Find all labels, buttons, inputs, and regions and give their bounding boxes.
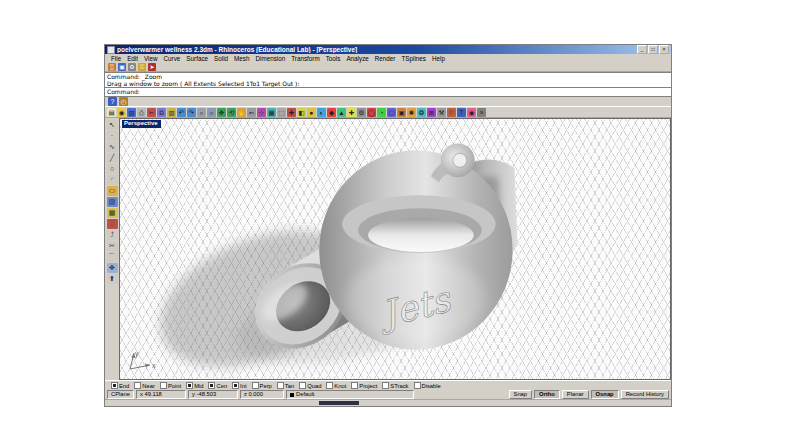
osnap-toggle[interactable]: Cen xyxy=(206,382,229,389)
side-toolbar-icon[interactable]: ╱ xyxy=(107,153,118,163)
toolbar-icon[interactable]: ▥ xyxy=(167,108,176,117)
menu-item[interactable]: Tools xyxy=(323,55,344,62)
side-toolbar-icon[interactable]: ⬆ xyxy=(107,274,118,284)
toolbar-icon[interactable]: ⎙ xyxy=(137,108,146,117)
menu-item[interactable]: Mesh xyxy=(231,55,252,62)
osnap-checkbox[interactable] xyxy=(277,382,284,389)
toolbar-icon[interactable]: ✚ xyxy=(347,108,356,117)
osnap-checkbox[interactable] xyxy=(351,382,358,389)
osnap-checkbox[interactable] xyxy=(134,382,141,389)
3d-model[interactable]: Jets xyxy=(120,119,670,379)
toolbar-icon[interactable]: ✺ xyxy=(407,108,416,117)
toolbar-icon[interactable]: ⌕ xyxy=(207,108,216,117)
toolbar-icon[interactable]: ⊹ xyxy=(257,108,266,117)
side-toolbar-icon[interactable]: ○ xyxy=(107,164,118,174)
toolbar-icon[interactable]: ✂ xyxy=(147,108,156,117)
menu-item[interactable]: Help xyxy=(429,55,448,62)
osnap-checkbox[interactable] xyxy=(111,382,118,389)
toolbar-icon[interactable]: ◐ xyxy=(317,108,326,117)
toolbar-icon[interactable]: ✥ xyxy=(217,108,226,117)
toolbar-icon[interactable]: ◯ xyxy=(367,108,376,117)
toolbar-icon[interactable]: ➳ xyxy=(247,108,256,117)
toolbar-icon[interactable]: ⚙ xyxy=(357,108,366,117)
side-toolbar-icon[interactable]: ▨ xyxy=(107,197,118,207)
osnap-checkbox[interactable] xyxy=(252,382,259,389)
osnap-toggle[interactable]: Project xyxy=(349,382,379,389)
menu-item[interactable]: View xyxy=(141,55,161,62)
toolbar-icon[interactable]: ▣ xyxy=(397,108,406,117)
side-toolbar-icon[interactable]: ░ xyxy=(107,219,118,229)
osnap-checkbox[interactable] xyxy=(299,382,306,389)
menu-item[interactable]: Transform xyxy=(288,55,322,62)
window-control-button[interactable]: × xyxy=(659,45,669,54)
toolbar-icon[interactable]: ⬚ xyxy=(277,108,286,117)
side-toolbar-icon[interactable]: ↖ xyxy=(107,120,118,130)
cplane-button[interactable]: CPlane xyxy=(107,390,134,399)
menu-item[interactable]: Analyze xyxy=(343,55,371,62)
osnap-checkbox[interactable] xyxy=(208,382,215,389)
toolbar-icon[interactable]: ⟲ xyxy=(227,108,236,117)
osnap-toggle[interactable]: Point xyxy=(158,382,183,389)
toolbar-icon[interactable]: ⌕ xyxy=(197,108,206,117)
toolbar-icon[interactable]: ✋ xyxy=(237,108,246,117)
toolbar-icon[interactable]: ◧ xyxy=(297,108,306,117)
osnap-toggle[interactable]: Disable xyxy=(412,382,443,389)
side-toolbar-icon[interactable]: ∿ xyxy=(107,142,118,152)
toolbar-icon[interactable]: ↶ xyxy=(177,108,186,117)
side-toolbar-icon[interactable]: ◜ xyxy=(107,175,118,185)
status-toggle-button[interactable]: Planar xyxy=(562,390,589,399)
toolbar-icon[interactable]: ▤ xyxy=(107,108,116,117)
osnap-checkbox[interactable] xyxy=(382,382,389,389)
secondary-toolbar-icon[interactable]: ◴ xyxy=(119,97,128,106)
plugin-toolbar-icon[interactable]: ⚿ xyxy=(138,63,146,71)
toolbar-icon[interactable]: ⚐ xyxy=(447,108,456,117)
toolbar-icon[interactable]: » xyxy=(477,108,486,117)
toolbar-icon[interactable]: ⚒ xyxy=(437,108,446,117)
window-control-button[interactable]: □ xyxy=(648,45,658,54)
osnap-checkbox[interactable] xyxy=(326,382,333,389)
osnap-toggle[interactable]: Near xyxy=(132,382,157,389)
toolbar-icon[interactable]: ✚ xyxy=(287,108,296,117)
menu-item[interactable]: TSplines xyxy=(398,55,429,62)
status-toggle-button[interactable]: Ortho xyxy=(534,390,560,399)
osnap-toggle[interactable]: Tan xyxy=(275,382,296,389)
status-toggle-button[interactable]: Record History xyxy=(621,390,669,399)
plugin-toolbar-icon[interactable]: ➤ xyxy=(148,63,156,71)
menu-item[interactable]: Dimension xyxy=(252,55,288,62)
side-toolbar-icon[interactable]: ⤴ xyxy=(107,230,118,240)
status-toggle-button[interactable]: Snap xyxy=(509,390,533,399)
osnap-toggle[interactable]: Mid xyxy=(184,382,205,389)
toolbar-icon[interactable]: ▦ xyxy=(267,108,276,117)
toolbar-icon[interactable]: ⧉ xyxy=(157,108,166,117)
toolbar-icon[interactable]: ❂ xyxy=(417,108,426,117)
layer-selector[interactable]: Default xyxy=(286,390,414,399)
command-prompt-input[interactable]: Command: xyxy=(105,88,671,97)
toolbar-icon[interactable]: ▧ xyxy=(127,108,136,117)
status-toggle-button[interactable]: Osnap xyxy=(591,390,619,399)
side-toolbar-icon[interactable]: ⬭ xyxy=(107,186,118,196)
toolbar-icon[interactable]: ⊞ xyxy=(427,108,436,117)
osnap-toggle[interactable]: End xyxy=(109,382,131,389)
toolbar-icon[interactable]: ● xyxy=(307,108,316,117)
menu-item[interactable]: Render xyxy=(372,55,399,62)
osnap-checkbox[interactable] xyxy=(186,382,193,389)
window-control-button[interactable]: _ xyxy=(637,45,647,54)
toolbar-icon[interactable]: ↷ xyxy=(187,108,196,117)
osnap-toggle[interactable]: Quad xyxy=(297,382,323,389)
menu-item[interactable]: Surface xyxy=(183,55,211,62)
title-bar[interactable]: poelverwarmer wellness 2.3dm - Rhinocero… xyxy=(105,45,671,54)
osnap-toggle[interactable]: Int xyxy=(230,382,248,389)
toolbar-icon[interactable]: ◆ xyxy=(327,108,336,117)
toolbar-icon[interactable]: ◉ xyxy=(467,108,476,117)
viewport-title[interactable]: Perspective xyxy=(122,120,161,128)
plugin-toolbar-icon[interactable]: ▣ xyxy=(118,63,126,71)
toolbar-icon[interactable]: ⬡ xyxy=(387,108,396,117)
osnap-checkbox[interactable] xyxy=(232,382,239,389)
toolbar-icon[interactable]: ◉ xyxy=(117,108,126,117)
side-toolbar-icon[interactable]: ✥ xyxy=(107,263,118,273)
bottom-scroll-thumb[interactable] xyxy=(319,401,359,405)
toolbar-icon[interactable]: ▲ xyxy=(337,108,346,117)
menu-item[interactable]: File xyxy=(108,55,124,62)
side-toolbar-icon[interactable]: ▩ xyxy=(107,208,118,218)
osnap-checkbox[interactable] xyxy=(160,382,167,389)
